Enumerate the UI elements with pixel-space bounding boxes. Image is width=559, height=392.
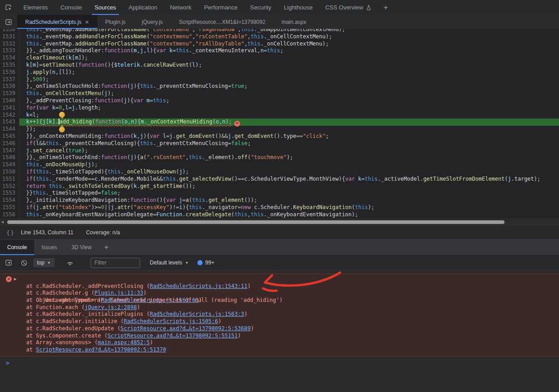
selection-handle-bottom[interactable] [59, 127, 65, 132]
line-number[interactable]: 1542 [0, 112, 19, 119]
stack-frame-link[interactable]: ScriptResource.axd?d…&t=13798092:5:51370 [36, 346, 166, 353]
tab-sources[interactable]: Sources [88, 0, 123, 15]
code-line[interactable]: 1555if(j.attr("tabIndex")>=0||j.attr("ac… [0, 204, 559, 211]
code-line[interactable]: 1540},_addPreventClosing:function(j){var… [0, 97, 559, 105]
tab-console[interactable]: Console [54, 0, 88, 15]
stack-frame-link[interactable]: jQuery.js:2:2898 [85, 304, 137, 310]
line-number[interactable]: 1546 [0, 140, 19, 147]
code-line[interactable]: 1554},_initializeKeyboardNavigation:func… [0, 197, 559, 204]
line-number[interactable]: 1532 [0, 41, 19, 48]
code-line[interactable]: 1552return this._switchToSelectedDay(k.g… [0, 183, 559, 190]
tab-network[interactable]: Network [164, 0, 198, 15]
tab-lighthouse[interactable]: Lighthouse [277, 0, 319, 15]
drawer-tab-console[interactable]: Console [0, 240, 34, 255]
line-number[interactable]: 1530 [0, 29, 19, 33]
tab-elements[interactable]: Elements [17, 0, 54, 15]
error-highlighted-line[interactable]: 1543k++){j[k].add_hiding(function(o,n){m… [0, 119, 559, 126]
line-number[interactable]: 1555 [0, 204, 19, 211]
drawer-tab-3d-view[interactable]: 3D View [64, 240, 99, 255]
console-sidebar-toggle-icon[interactable] [3, 257, 14, 269]
line-number[interactable]: 1538 [0, 83, 19, 90]
console-filter-input[interactable] [91, 258, 140, 268]
scroll-left-arrow-icon[interactable]: ◀ [1, 220, 4, 224]
code-line[interactable]: 1533}},_addLongTouchHandler:function(m,j… [0, 47, 559, 55]
line-number[interactable]: 1545 [0, 133, 19, 140]
stack-frame-link[interactable]: Plugin.js:11:33 [95, 290, 143, 296]
code-line[interactable]: 1534clearTimeout(k[m]); [0, 55, 559, 62]
line-number[interactable]: 1552 [0, 183, 19, 190]
file-tab[interactable]: ScriptResource....XM1&t=13798092 [171, 15, 273, 29]
line-number[interactable]: 1531 [0, 33, 19, 41]
code-line[interactable]: 1553}}this._timeSlotTapped=false; [0, 190, 559, 197]
code-line[interactable]: 1544}); [0, 126, 559, 133]
line-number[interactable]: 1533 [0, 47, 19, 55]
file-tab[interactable]: jQuery.js [134, 15, 171, 29]
code-line[interactable]: 1547j.set_cancel(true); [0, 147, 559, 155]
stack-frame-link[interactable]: main.aspx:4852:5 [98, 339, 150, 346]
line-number[interactable]: 1539 [0, 90, 19, 97]
scrollbar-thumb[interactable] [7, 220, 504, 224]
code-line[interactable]: 1531this._eventMap.addHandlerForClassNam… [0, 33, 559, 41]
stack-frame-link[interactable]: ScriptResource.axd?d…&t=13798092:5:55151 [108, 333, 238, 339]
javascript-context-dropdown[interactable]: top ▼ [33, 258, 55, 267]
code-line[interactable]: 1546if(l&&this._preventCtxMenuClosing){t… [0, 140, 559, 147]
line-number[interactable]: 1549 [0, 161, 19, 169]
close-icon[interactable]: × [85, 18, 89, 25]
code-line[interactable]: 1539this._onCellContextMenu(j); [0, 90, 559, 97]
code-line[interactable]: 1556this._onKeyboardEventNavigationDeleg… [0, 211, 559, 219]
stack-frame-link[interactable]: RadSchedulerScripts.js:1505:6 [124, 318, 218, 324]
code-line[interactable]: 1530this._eventMap.addHandlerForClassNam… [0, 29, 559, 33]
horizontal-scrollbar[interactable]: ◀ [0, 219, 559, 225]
expand-triangle-icon[interactable]: ▶ [14, 276, 16, 283]
more-panels-button[interactable]: + [378, 0, 393, 15]
live-expression-eye-icon[interactable] [64, 257, 76, 269]
tab-css-overview[interactable]: CSS Overview [319, 0, 378, 15]
drawer-tab-issues[interactable]: Issues [34, 240, 64, 255]
inspect-element-icon[interactable] [0, 0, 17, 15]
code-line[interactable]: 1551if(this._renderMode==c.RenderMode.Mo… [0, 176, 559, 183]
code-line[interactable]: 1538},_onTimeSlotTouchHold:function(j){t… [0, 83, 559, 90]
line-number[interactable]: 1551 [0, 176, 19, 183]
issues-counter[interactable]: 99+ [197, 260, 214, 266]
log-levels-dropdown[interactable]: Default levels ▼ [150, 260, 189, 266]
line-number[interactable]: 1544 [0, 126, 19, 133]
line-number[interactable]: 1554 [0, 197, 19, 204]
selection-handle-top[interactable] [59, 112, 65, 118]
line-number[interactable]: 1536 [0, 69, 19, 76]
line-number[interactable]: 1535 [0, 62, 19, 69]
code-line[interactable]: 1536j.apply(n,[l]); [0, 69, 559, 76]
file-tab[interactable]: Plugin.js [97, 15, 134, 29]
code-line[interactable]: 1549this._onDocMouseUp(j); [0, 161, 559, 169]
console-prompt[interactable]: > [0, 356, 559, 366]
line-number[interactable]: 1547 [0, 147, 19, 155]
code-line[interactable]: 1550if(this._timeSlotTapped){this._onCel… [0, 169, 559, 176]
line-number[interactable]: 1543 [0, 119, 19, 126]
stack-frame-link[interactable]: RadSchedulerScripts.js:1543:11 [150, 283, 248, 289]
more-drawer-tabs-button[interactable]: + [99, 240, 114, 255]
line-number[interactable]: 1540 [0, 97, 19, 105]
line-number[interactable]: 1550 [0, 169, 19, 176]
tab-security[interactable]: Security [244, 0, 277, 15]
line-number[interactable]: 1553 [0, 190, 19, 197]
file-tab[interactable]: RadSchedulerScripts.js× [17, 15, 97, 29]
pretty-print-button[interactable]: { } [5, 229, 16, 236]
navigator-toggle-icon[interactable] [0, 15, 17, 29]
stack-frame-link[interactable]: RadSchedulerScripts.js:1563:3 [150, 311, 245, 317]
clear-console-icon[interactable] [18, 257, 30, 269]
code-editor[interactable]: 1530this._eventMap.addHandlerForClassNam… [0, 29, 559, 219]
file-tab[interactable]: main.aspx [273, 15, 314, 29]
tab-application[interactable]: Application [123, 0, 164, 15]
stack-frame-link[interactable]: ScriptResource.axd?d…&t=13798092:5:53689 [121, 325, 251, 332]
tab-performance[interactable]: Performance [198, 0, 244, 15]
line-number[interactable]: 1541 [0, 105, 19, 112]
line-number[interactable]: 1537 [0, 76, 19, 83]
code-line[interactable]: 1537},500); [0, 76, 559, 83]
code-line[interactable]: 1545}},_onContextMenuHiding:function(k,j… [0, 133, 559, 140]
code-line[interactable]: 1532this._eventMap.addHandlerForClassNam… [0, 41, 559, 48]
code-line[interactable]: 1548}},_onTimeSlotTouchEnd:function(j){a… [0, 154, 559, 161]
code-line[interactable]: 1542k<l; [0, 112, 559, 119]
code-line[interactable]: 1541for(var k=0,l=j.length; [0, 105, 559, 112]
line-number[interactable]: 1548 [0, 154, 19, 161]
code-line[interactable]: 1535k[m]=setTimeout(function(){$telerik.… [0, 62, 559, 69]
line-number[interactable]: 1556 [0, 211, 19, 219]
